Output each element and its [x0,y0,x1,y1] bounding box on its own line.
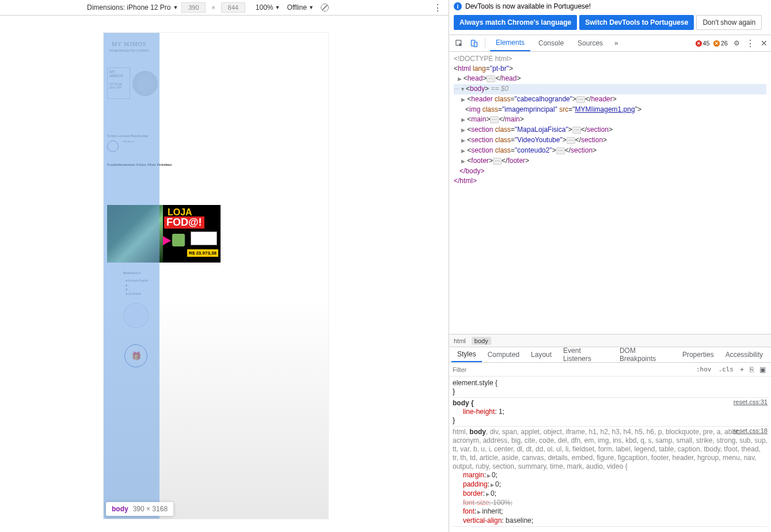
tree-line[interactable]: <html lang="pt-br"> [454,64,766,74]
more-tabs-icon[interactable]: » [611,39,622,47]
tab-properties[interactable]: Properties [677,348,720,362]
styles-pane[interactable]: element.style { } reset.css:31 body { li… [449,377,771,532]
chevron-down-icon: ▼ [309,5,314,10]
tooltip-dims: 390 × 3168 [133,505,168,513]
styles-filter-row: :hov .cls + ⎘ ▣ [449,363,771,377]
more-options-icon[interactable]: ⋮ [433,2,442,13]
tab-computed[interactable]: Computed [482,348,525,362]
height-input[interactable] [221,2,245,13]
tab-accessibility[interactable]: Accessibility [720,348,769,362]
close-icon[interactable]: ✕ [761,39,768,48]
tree-line[interactable]: ▶<section class="VideoYoutube">⋯</sectio… [454,135,766,146]
tree-line[interactable]: ▶<section class="MapaLojaFisica">⋯</sect… [454,125,766,135]
toggle-pane-icon[interactable]: ▣ [758,366,768,374]
style-rule[interactable]: reset.css:18 html, body, div, span, appl… [453,427,768,527]
tab-console[interactable]: Console [533,36,569,51]
crumb-html[interactable]: html [454,337,466,344]
inspect-overlay [104,33,159,519]
tree-line[interactable]: ▶<section class="conteudo2">⋯</section> [454,146,766,156]
kebab-menu-icon[interactable]: ⋮ [746,38,755,49]
info-bar: i DevTools is now available in Portugues… [449,0,771,13]
device-dropdown[interactable]: Dimensions: iPhone 12 Pro ▼ [87,3,178,12]
thumb-image-2: LOJA FOD@! R$ 23.973,38 [163,205,221,263]
viewport-area: MY MIMOS HOME PRODUTOS CONTATO MY MIMOS … [0,16,449,532]
info-icon: i [454,2,462,10]
tree-line-selected[interactable]: ⋯▼<body> == $0 [454,84,766,94]
device-frame: MY MIMOS HOME PRODUTOS CONTATO MY MIMOS … [104,33,328,519]
hov-toggle[interactable]: :hov [694,366,714,373]
tree-line[interactable]: </body> [454,166,766,176]
dimension-separator: × [211,4,215,11]
tree-line[interactable]: </html> [454,176,766,186]
style-rule[interactable]: reset.css:31 body { line-height: 1; } [453,398,768,427]
styles-tabs: Styles Computed Layout Event Listeners D… [449,347,771,363]
tab-elements[interactable]: Elements [490,35,530,51]
crumb-body[interactable]: body [472,337,491,345]
tree-line[interactable]: ▶<header class="cabecalhogrande">⋯</head… [454,94,766,105]
style-rule[interactable]: element.style { } [453,378,768,398]
settings-icon[interactable]: ⚙ [734,39,740,47]
always-match-button[interactable]: Always match Chrome's language [454,15,577,30]
styles-filter-input[interactable] [453,366,692,373]
dont-show-button[interactable]: Don't show again [696,15,762,30]
warning-count-badge[interactable]: ✕26 [713,40,728,47]
chevron-down-icon: ▼ [173,5,178,10]
element-tooltip: body 390 × 3168 [106,502,173,516]
tab-styles[interactable]: Styles [451,347,482,362]
zoom-dropdown[interactable]: 100% ▼ [256,3,280,12]
source-link[interactable]: reset.css:18 [734,427,768,435]
devtools-tabs: Elements Console Sources » ✕45 ✕26 ⚙ ⋮ ✕ [449,35,771,52]
add-rule-icon[interactable]: + [738,366,746,374]
device-name: Dimensions: iPhone 12 Pro [87,3,170,12]
info-text: DevTools is now available in Portuguese! [465,2,591,10]
tooltip-tag: body [112,505,128,513]
tab-sources[interactable]: Sources [572,36,609,51]
tree-line[interactable]: ▶<main>⋯</main> [454,115,766,125]
inspect-icon[interactable] [453,37,465,50]
tree-line[interactable]: <!DOCTYPE html> [454,54,766,64]
language-button-row: Always match Chrome's language Switch De… [449,13,771,35]
tree-line[interactable]: ▶<footer>⋯</footer> [454,156,766,166]
cls-toggle[interactable]: .cls [716,366,736,373]
error-count-badge[interactable]: ✕45 [696,40,710,47]
chevron-down-icon: ▼ [275,5,280,10]
device-toolbar: Dimensions: iPhone 12 Pro ▼ × 100% ▼ Off… [0,0,449,16]
tab-layout[interactable]: Layout [525,348,557,362]
source-link[interactable]: reset.css:31 [734,398,768,406]
tree-line[interactable]: <img class="imagemprincipal" src="MYMIim… [454,105,766,115]
devtools-panel: i DevTools is now available in Portugues… [449,0,771,532]
device-viewport-panel: Dimensions: iPhone 12 Pro ▼ × 100% ▼ Off… [0,0,449,532]
width-input[interactable] [181,2,206,13]
throttle-dropdown[interactable]: Offline ▼ [287,3,313,12]
switch-language-button[interactable]: Switch DevTools to Portuguese [579,15,694,30]
device-toggle-icon[interactable] [468,37,480,50]
elements-tree[interactable]: <!DOCTYPE html> <html lang="pt-br"> ▶<he… [449,52,771,334]
tree-line[interactable]: ▶<head>⋯</head> [454,74,766,84]
copy-styles-icon[interactable]: ⎘ [748,366,755,374]
svg-rect-2 [474,42,477,47]
rotate-icon[interactable] [321,3,329,12]
